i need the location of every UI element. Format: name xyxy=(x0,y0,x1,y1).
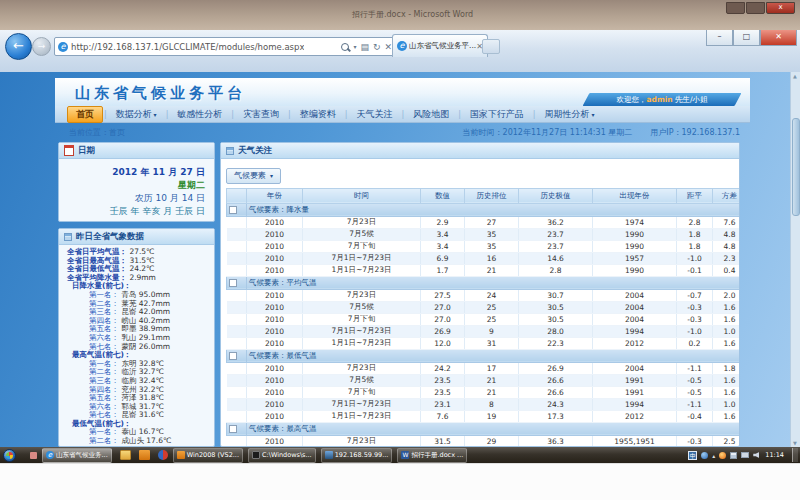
table-cell: -0.3 xyxy=(677,435,713,447)
table-row[interactable]: 20107月下旬3.43523.719901.84.8 xyxy=(227,240,741,252)
start-button[interactable] xyxy=(3,449,16,462)
nav-separator: | xyxy=(104,110,107,119)
address-bar[interactable]: http://192.168.137.1/GLCCLIMATE/modules/… xyxy=(54,37,396,56)
table-cell: 7月23日 xyxy=(303,289,421,301)
word-close-button[interactable]: x xyxy=(766,2,795,14)
nav-item-4[interactable]: 整编资料 xyxy=(292,107,344,122)
stop-icon[interactable]: ✕ xyxy=(384,42,392,52)
back-button[interactable]: ← xyxy=(5,33,32,60)
table-cell: 2004 xyxy=(593,301,677,313)
table-row[interactable]: 20107月1日~7月23日23.1824.31994-1.11.0 xyxy=(227,398,741,410)
table-row[interactable]: 20107月下旬27.02530.52004-0.31.6 xyxy=(227,313,741,325)
table-cell: -0.3 xyxy=(677,301,713,313)
scrollbar-thumb[interactable] xyxy=(792,118,800,216)
table-row[interactable]: 20101月1日~7月23日1.7212.81990-0.10.4 xyxy=(227,264,741,276)
table-cell: 7月23日 xyxy=(303,216,421,228)
url-text[interactable]: http://192.168.137.1/GLCCLIMATE/modules/… xyxy=(71,42,304,52)
taskbar-task-2[interactable]: 192.168.59.99... xyxy=(321,448,393,463)
maximize-button[interactable]: □ xyxy=(733,30,760,46)
table-row[interactable]: 20107月1日~7月23日26.9928.01994-1.01.0 xyxy=(227,325,741,337)
table-cell: 30.5 xyxy=(519,301,593,313)
taskbar-task-1[interactable]: C:\Windows\s... xyxy=(248,448,316,463)
nav-item-8[interactable]: 周期性分析 ▾ xyxy=(537,107,603,122)
nav-separator: | xyxy=(345,110,348,119)
table-row[interactable]: 20107月下旬23.52126.61991-0.51.6 xyxy=(227,386,741,398)
fox-tray-icon[interactable] xyxy=(719,452,726,459)
action-center-flag-icon[interactable] xyxy=(730,452,737,459)
forward-button[interactable]: → xyxy=(32,37,51,56)
group-checkbox[interactable] xyxy=(229,425,237,433)
scroll-up-icon[interactable]: ▲ xyxy=(791,72,799,80)
table-row[interactable]: 20107月23日31.52936.31955,1951-0.32.5 xyxy=(227,435,741,447)
autocomplete-dropdown-icon[interactable]: ▾ xyxy=(353,43,356,50)
tab-favicon-icon xyxy=(397,41,407,51)
refresh-icon[interactable]: ↻ xyxy=(373,42,381,52)
table-cell: -0.5 xyxy=(677,374,713,386)
group-checkbox[interactable] xyxy=(229,352,237,360)
taskbar-task-3[interactable]: 招行手册.docx ... xyxy=(397,448,467,463)
site-title: 山东省气候业务平台 xyxy=(75,84,246,103)
table-row[interactable]: 20107月23日27.52430.72004-0.72.0 xyxy=(227,289,741,301)
clock[interactable]: 11:14 xyxy=(765,451,784,459)
table-row[interactable]: 20107月5候23.52126.61991-0.51.6 xyxy=(227,374,741,386)
group-checkbox-cell xyxy=(227,422,247,435)
nav-item-6[interactable]: 风险地图 xyxy=(405,107,457,122)
table-cell: 7月下旬 xyxy=(303,313,421,325)
group-header-row: 气候要素：降水量 xyxy=(227,203,741,216)
tray-expand-icon[interactable]: ▴ xyxy=(712,452,715,459)
new-tab-button[interactable] xyxy=(482,39,500,54)
table-row[interactable]: 20107月23日24.21726.92004-1.11.8 xyxy=(227,362,741,374)
word-maximize-button[interactable] xyxy=(746,2,765,14)
table-cell: -0.4 xyxy=(677,410,713,422)
word-minimize-button[interactable] xyxy=(726,2,745,14)
table-row[interactable]: 20107月5候3.43523.719901.84.8 xyxy=(227,228,741,240)
pinned-browser-icon[interactable] xyxy=(158,450,168,460)
row-indent-cell xyxy=(227,240,247,252)
group-checkbox[interactable] xyxy=(229,206,237,214)
main-panel-header: 天气关注 xyxy=(221,143,739,159)
volume-icon[interactable] xyxy=(753,452,759,458)
search-icon[interactable] xyxy=(341,43,349,51)
table-cell: 2010 xyxy=(247,228,303,240)
close-button[interactable]: ✕ xyxy=(760,30,797,46)
table-row[interactable]: 20107月1日~7月23日6.91614.61957-1.02.3 xyxy=(227,252,741,264)
table-row[interactable]: 20101月1日~7月23日7.61917.32012-0.41.6 xyxy=(227,410,741,422)
group-checkbox-cell xyxy=(227,203,247,216)
pinned-app-icon[interactable] xyxy=(139,450,150,460)
explorer-folder-icon[interactable] xyxy=(120,450,131,460)
ime-language-badge[interactable]: 中 xyxy=(688,451,697,460)
group-checkbox[interactable] xyxy=(229,279,237,287)
table-row[interactable]: 20107月23日2.92736.219742.87.6 xyxy=(227,216,741,228)
data-grid-icon xyxy=(64,233,72,241)
table-row[interactable]: 20107月5候27.02530.52004-0.31.6 xyxy=(227,301,741,313)
table-row[interactable]: 20101月1日~7月23日12.03122.320120.21.6 xyxy=(227,337,741,349)
nav-item-3[interactable]: 灾害查询 xyxy=(235,107,287,122)
network-icon[interactable] xyxy=(741,452,749,458)
climate-element-filter-button[interactable]: 气候要素 ▾ xyxy=(226,168,281,184)
table-cell: 2004 xyxy=(593,289,677,301)
table-cell: 36.2 xyxy=(519,216,593,228)
taskbar-task-ie[interactable]: 山东省气候业务... xyxy=(42,448,112,463)
scroll-down-icon[interactable]: ▼ xyxy=(791,439,799,447)
table-cell: 7.6 xyxy=(713,216,741,228)
nav-item-1[interactable]: 数据分析 ▾ xyxy=(108,107,165,122)
nav-item-2[interactable]: 敏感性分析 xyxy=(169,107,230,122)
taskbar-task-0[interactable]: Win2008 (VS2... xyxy=(173,448,243,463)
table-cell: 1月1日~7月23日 xyxy=(303,410,421,422)
nav-item-5[interactable]: 天气关注 xyxy=(348,107,400,122)
vertical-scrollbar[interactable]: ▲ ▼ xyxy=(790,72,800,447)
nav-separator: | xyxy=(166,110,169,119)
table-cell: 36.3 xyxy=(519,435,593,447)
browser-tab[interactable]: 山东省气候业务平... ✕ xyxy=(392,34,488,57)
group-header-row: 气候要素：最高气温 xyxy=(227,422,741,435)
header-cell: 历史排位 xyxy=(465,188,519,203)
nav-item-0[interactable]: 首页 xyxy=(67,106,103,123)
table-cell: 2010 xyxy=(247,362,303,374)
nav-item-7[interactable]: 国家下行产品 xyxy=(462,107,532,122)
show-desktop-button[interactable] xyxy=(792,448,798,462)
messenger-tray-icon[interactable] xyxy=(701,452,708,459)
table-cell: 1994 xyxy=(593,398,677,410)
tray-app-icon[interactable] xyxy=(30,452,37,459)
compatibility-view-icon[interactable]: ▤ xyxy=(360,42,369,52)
minimize-button[interactable]: – xyxy=(706,30,733,46)
